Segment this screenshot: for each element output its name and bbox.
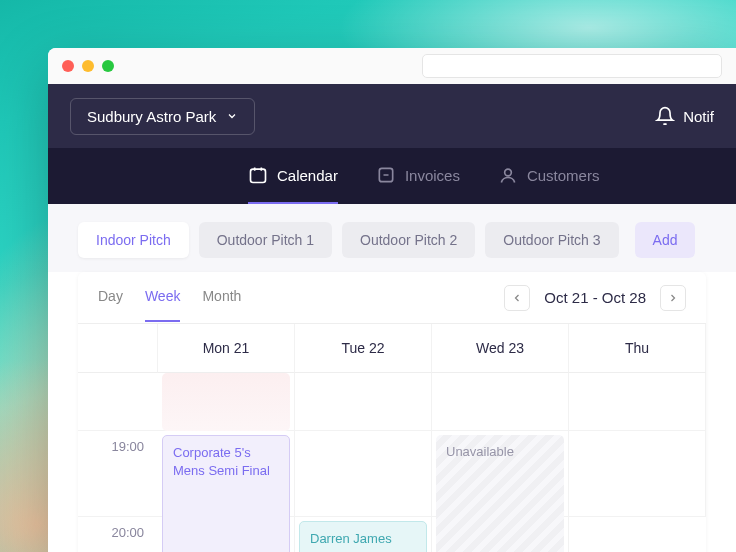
venue-dropdown[interactable]: Sudbury Astro Park xyxy=(70,98,255,135)
svg-point-2 xyxy=(505,169,512,176)
nav-label: Calendar xyxy=(277,167,338,184)
titlebar xyxy=(48,48,736,84)
notifications-label: Notif xyxy=(683,108,714,125)
calendar-cell[interactable] xyxy=(569,373,706,431)
calendar-cell[interactable] xyxy=(569,431,706,517)
calendar-cell[interactable]: Unavailable xyxy=(432,431,569,517)
view-month[interactable]: Month xyxy=(202,288,241,322)
grid-corner xyxy=(78,324,158,373)
time-label xyxy=(78,373,158,431)
window-minimize-button[interactable] xyxy=(82,60,94,72)
filter-outdoor-pitch-3[interactable]: Outdoor Pitch 3 xyxy=(485,222,618,258)
calendar-cell[interactable] xyxy=(295,431,432,517)
nav-label: Invoices xyxy=(405,167,460,184)
calendar-cell[interactable] xyxy=(295,373,432,431)
venue-name: Sudbury Astro Park xyxy=(87,108,216,125)
filter-outdoor-pitch-1[interactable]: Outdoor Pitch 1 xyxy=(199,222,332,258)
day-header: Tue 22 xyxy=(295,324,432,373)
nav-invoices[interactable]: Invoices xyxy=(376,148,460,204)
calendar-cell[interactable] xyxy=(432,517,569,552)
customers-icon xyxy=(498,165,518,185)
calendar-cell[interactable] xyxy=(158,517,295,552)
pitch-filters: Indoor Pitch Outdoor Pitch 1 Outdoor Pit… xyxy=(48,204,736,272)
nav-customers[interactable]: Customers xyxy=(498,148,600,204)
prev-week-button[interactable] xyxy=(504,285,530,311)
day-header: Wed 23 xyxy=(432,324,569,373)
calendar-cell[interactable] xyxy=(432,373,569,431)
address-bar[interactable] xyxy=(422,54,722,78)
calendar-cell[interactable]: Darren James xyxy=(295,517,432,552)
calendar-cell[interactable] xyxy=(158,373,295,431)
day-header: Thu xyxy=(569,324,706,373)
day-header: Mon 21 xyxy=(158,324,295,373)
notifications-button[interactable]: Notif xyxy=(655,106,714,126)
main-nav: Calendar Invoices Customers xyxy=(48,148,736,204)
calendar-panel: Day Week Month Oct 21 - Oct 28 Mon 21 Tu… xyxy=(78,272,706,552)
window-close-button[interactable] xyxy=(62,60,74,72)
calendar-cell[interactable] xyxy=(569,517,706,552)
invoice-icon xyxy=(376,165,396,185)
svg-rect-0 xyxy=(251,169,266,182)
filter-outdoor-pitch-2[interactable]: Outdoor Pitch 2 xyxy=(342,222,475,258)
event-block[interactable] xyxy=(162,373,290,431)
app-header: Sudbury Astro Park Notif xyxy=(48,84,736,148)
app-window: Sudbury Astro Park Notif Calendar Invoic… xyxy=(48,48,736,552)
chevron-right-icon xyxy=(667,292,679,304)
add-pitch-button[interactable]: Add xyxy=(635,222,696,258)
next-week-button[interactable] xyxy=(660,285,686,311)
view-week[interactable]: Week xyxy=(145,288,181,322)
time-label: 20:00 xyxy=(78,517,158,552)
chevron-down-icon xyxy=(226,110,238,122)
calendar-toolbar: Day Week Month Oct 21 - Oct 28 xyxy=(78,272,706,324)
calendar-cell[interactable]: Corporate 5's Mens Semi Final xyxy=(158,431,295,517)
filter-indoor-pitch[interactable]: Indoor Pitch xyxy=(78,222,189,258)
bell-icon xyxy=(655,106,675,126)
date-navigator: Oct 21 - Oct 28 xyxy=(504,285,686,325)
nav-label: Customers xyxy=(527,167,600,184)
calendar-grid: Mon 21 Tue 22 Wed 23 Thu 19:00 Corporate… xyxy=(78,324,706,552)
window-zoom-button[interactable] xyxy=(102,60,114,72)
view-day[interactable]: Day xyxy=(98,288,123,322)
chevron-left-icon xyxy=(511,292,523,304)
date-range: Oct 21 - Oct 28 xyxy=(544,289,646,306)
nav-calendar[interactable]: Calendar xyxy=(248,148,338,204)
time-label: 19:00 xyxy=(78,431,158,517)
event-darren-james[interactable]: Darren James xyxy=(299,521,427,552)
calendar-icon xyxy=(248,165,268,185)
